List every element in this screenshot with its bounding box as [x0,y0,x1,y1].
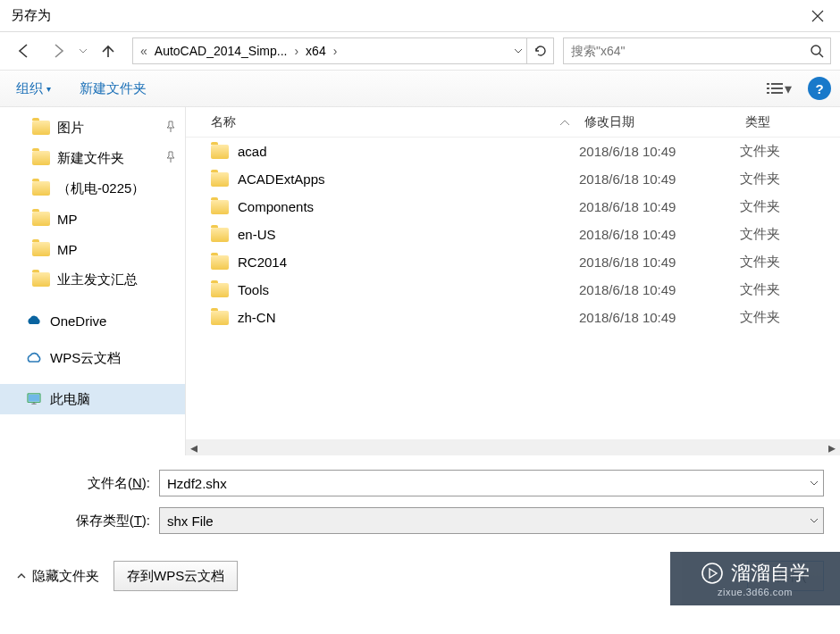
sidebar-item[interactable]: 业主发文汇总 [0,264,185,295]
column-header-type[interactable]: 类型 [740,114,840,130]
svg-rect-6 [771,92,783,94]
file-date: 2018/6/18 10:49 [579,227,740,242]
search-box[interactable] [563,38,831,64]
svg-rect-2 [771,83,783,85]
nav-back-button[interactable] [9,38,39,64]
save-to-wps-button[interactable]: 存到WPS云文档 [113,561,238,591]
filename-input[interactable] [160,471,803,496]
filename-label: 文件名(N): [16,475,159,492]
scroll-right-arrow[interactable]: ▸ [824,439,840,455]
column-type-label: 类型 [745,114,770,129]
sidebar-item-pictures[interactable]: 图片 [0,113,185,143]
hide-folders-toggle[interactable]: 隐藏文件夹 [16,568,99,585]
folder-icon [32,272,50,287]
nav-up-button[interactable] [93,38,123,64]
file-row[interactable]: ACADExtApps2018/6/18 10:49文件夹 [186,165,840,193]
sidebar-item-thispc[interactable]: 此电脑 [0,384,185,414]
save-button[interactable]: 保存( [747,561,824,591]
scroll-left-arrow[interactable]: ◂ [186,439,202,455]
sidebar-item-label: MP [57,212,78,227]
sidebar-item[interactable]: （机电-0225） [0,173,185,204]
svg-rect-8 [29,395,39,402]
file-name: acad [238,144,267,159]
folder-icon [32,151,50,165]
sidebar-item[interactable]: MP [0,234,185,264]
refresh-button[interactable] [526,38,553,63]
file-type: 文件夹 [740,226,840,243]
filetype-dropdown[interactable] [803,508,823,533]
sidebar-item-newfolder[interactable]: 新建文件夹 [0,143,185,173]
help-button[interactable]: ? [808,77,831,100]
svg-rect-3 [767,88,769,89]
file-list: acad2018/6/18 10:49文件夹ACADExtApps2018/6/… [186,138,840,439]
organize-button[interactable]: 组织 ▾ [9,77,58,101]
breadcrumb[interactable]: « AutoCAD_2014_Simp... › x64 › [133,44,508,58]
view-icon [767,82,783,95]
filename-dropdown[interactable] [803,471,823,496]
arrow-right-icon [49,42,67,60]
file-row[interactable]: zh-CN2018/6/18 10:49文件夹 [186,304,840,331]
address-dropdown[interactable] [508,38,526,63]
sort-ascending-icon [559,119,570,126]
new-folder-button[interactable]: 新建文件夹 [72,77,154,101]
file-name: ACADExtApps [238,171,325,187]
column-header-date[interactable]: 修改日期 [579,114,740,130]
file-row[interactable]: Components2018/6/18 10:49文件夹 [186,193,840,221]
file-name: zh-CN [238,310,276,325]
newfolder-label: 新建文件夹 [80,80,147,97]
file-row[interactable]: RC20142018/6/18 10:49文件夹 [186,248,840,276]
file-date: 2018/6/18 10:49 [579,254,740,270]
folder-icon [211,255,229,270]
filetype-select[interactable] [160,508,803,533]
sidebar-item-label: 业主发文汇总 [57,271,138,288]
svg-point-0 [811,46,820,54]
filename-combo[interactable] [159,470,824,496]
view-options-button[interactable]: ▾ [761,77,797,101]
window-title: 另存为 [11,7,51,24]
cloud-icon [25,352,43,364]
sidebar-item-wps[interactable]: WPS云文档 [0,343,185,373]
column-header-name[interactable]: 名称 [186,114,579,130]
address-bar[interactable]: « AutoCAD_2014_Simp... › x64 › [132,38,554,64]
chevron-down-icon [79,46,88,55]
filetype-combo[interactable] [159,507,824,534]
close-icon [811,10,824,22]
chevron-up-icon [16,571,27,581]
sidebar-item[interactable]: MP [0,204,185,234]
file-name: RC2014 [238,254,287,270]
nav-history-dropdown[interactable] [77,46,89,55]
folder-icon [32,121,50,135]
file-type: 文件夹 [740,143,840,160]
column-date-label: 修改日期 [584,114,634,129]
save-button-label: 保存( [776,568,807,585]
close-button[interactable] [797,2,838,30]
sidebar-item-label: 新建文件夹 [57,150,124,167]
file-type: 文件夹 [740,309,840,326]
chevron-right-icon: › [330,44,341,58]
breadcrumb-segment[interactable]: x64 [302,44,330,58]
chevron-left-icon: « [137,44,151,58]
folder-icon [211,172,229,187]
search-input[interactable] [564,44,803,58]
folder-icon [32,212,50,226]
scroll-track[interactable] [202,439,824,455]
sidebar-item-label: WPS云文档 [50,350,121,367]
breadcrumb-segment[interactable]: AutoCAD_2014_Simp... [151,44,291,58]
search-button[interactable] [803,38,830,63]
folder-icon [211,283,229,297]
sidebar-item-label: 图片 [57,120,84,137]
nav-forward-button[interactable] [43,38,73,64]
chevron-down-icon [514,46,523,55]
file-row[interactable]: en-US2018/6/18 10:49文件夹 [186,221,840,248]
wps-button-label: 存到WPS云文档 [127,568,224,585]
horizontal-scrollbar[interactable]: ◂ ▸ [186,439,840,455]
sidebar-item-onedrive[interactable]: OneDrive [0,305,185,336]
file-date: 2018/6/18 10:49 [579,171,740,187]
search-icon [810,44,824,58]
refresh-icon [533,44,548,58]
file-row[interactable]: acad2018/6/18 10:49文件夹 [186,138,840,165]
sidebar: 图片 新建文件夹 （机电-0225） MP MP 业主发文汇总 OneDrive [0,107,186,455]
file-row[interactable]: Tools2018/6/18 10:49文件夹 [186,276,840,304]
hide-folders-label: 隐藏文件夹 [32,568,99,585]
chevron-down-icon [810,479,819,488]
